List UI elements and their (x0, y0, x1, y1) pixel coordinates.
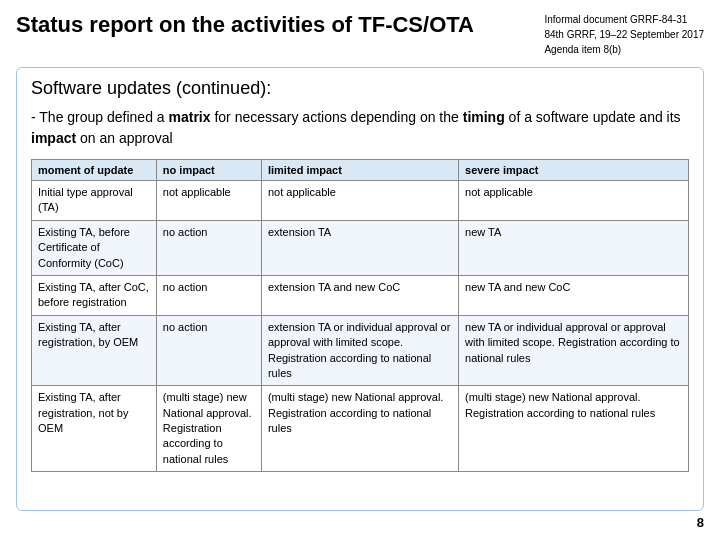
table-row: Existing TA, after registration, by OEMn… (32, 315, 689, 386)
desc-dash: - The group defined a (31, 109, 169, 125)
table-row: Existing TA, before Certificate of Confo… (32, 220, 689, 275)
cell-no_impact: (multi stage) new National approval. Reg… (156, 386, 261, 472)
info-line1: Informal document GRRF-84-31 (544, 14, 687, 25)
cell-limited_impact: (multi stage) new National approval. Reg… (261, 386, 458, 472)
header-no-impact: no impact (156, 160, 261, 181)
table-row: Existing TA, after CoC, before registrat… (32, 275, 689, 315)
cell-limited_impact: not applicable (261, 181, 458, 221)
document-info: Informal document GRRF-84-31 84th GRRF, … (544, 12, 704, 57)
cell-limited_impact: extension TA (261, 220, 458, 275)
cell-moment: Existing TA, after registration, by OEM (32, 315, 157, 386)
cell-no_impact: no action (156, 315, 261, 386)
desc-of: of a software update and its (505, 109, 681, 125)
cell-moment: Existing TA, after CoC, before registrat… (32, 275, 157, 315)
cell-severe_impact: not applicable (459, 181, 689, 221)
cell-limited_impact: extension TA or individual approval or a… (261, 315, 458, 386)
cell-severe_impact: new TA (459, 220, 689, 275)
cell-moment: Initial type approval (TA) (32, 181, 157, 221)
cell-no_impact: no action (156, 275, 261, 315)
matrix-table: moment of update no impact limited impac… (31, 159, 689, 472)
cell-severe_impact: (multi stage) new National approval. Reg… (459, 386, 689, 472)
desc-end: on an approval (76, 130, 173, 146)
cell-no_impact: not applicable (156, 181, 261, 221)
header-moment: moment of update (32, 160, 157, 181)
page-number: 8 (16, 515, 704, 530)
table-row: Initial type approval (TA)not applicable… (32, 181, 689, 221)
table-header-row: moment of update no impact limited impac… (32, 160, 689, 181)
header-limited-impact: limited impact (261, 160, 458, 181)
cell-severe_impact: new TA and new CoC (459, 275, 689, 315)
cell-limited_impact: extension TA and new CoC (261, 275, 458, 315)
info-line2: 84th GRRF, 19–22 September 2017 (544, 29, 704, 40)
desc-matrix: matrix (169, 109, 211, 125)
page: Status report on the activities of TF-CS… (0, 0, 720, 540)
description: - The group defined a matrix for necessa… (31, 107, 689, 149)
cell-moment: Existing TA, after registration, not by … (32, 386, 157, 472)
cell-moment: Existing TA, before Certificate of Confo… (32, 220, 157, 275)
header: Status report on the activities of TF-CS… (16, 12, 704, 57)
info-line3: Agenda item 8(b) (544, 44, 621, 55)
cell-severe_impact: new TA or individual approval or approva… (459, 315, 689, 386)
page-title: Status report on the activities of TF-CS… (16, 12, 474, 38)
section-title: Software updates (continued): (31, 78, 689, 99)
desc-middle: for necessary actions depending on the (211, 109, 463, 125)
table-row: Existing TA, after registration, not by … (32, 386, 689, 472)
desc-timing: timing (463, 109, 505, 125)
desc-impact: impact (31, 130, 76, 146)
content-box: Software updates (continued): - The grou… (16, 67, 704, 511)
header-severe-impact: severe impact (459, 160, 689, 181)
cell-no_impact: no action (156, 220, 261, 275)
